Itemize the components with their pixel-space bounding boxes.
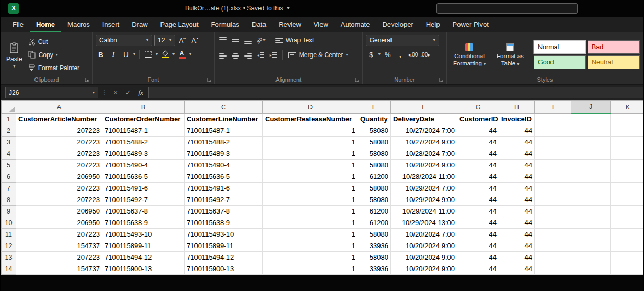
decrease-font-size-button[interactable]: Aˇ	[190, 35, 200, 46]
cell-D10[interactable]: 1	[263, 217, 358, 229]
cell-style-neutral[interactable]: Neutral	[588, 55, 640, 69]
cell-B9[interactable]: 7100115637-8	[102, 206, 185, 217]
cell-G6[interactable]: 44	[457, 171, 499, 183]
row-header-13[interactable]: 13	[2, 252, 16, 263]
cell-A8[interactable]: 207223	[16, 194, 102, 206]
align-left-button[interactable]	[218, 50, 228, 60]
cell-K7[interactable]	[611, 183, 643, 194]
conditional-formatting-button[interactable]: Conditional Formatting ▾	[450, 41, 489, 69]
increase-indent-button[interactable]: ▸	[268, 50, 279, 60]
cell-F14[interactable]: 10/20/2024 9:00	[391, 263, 457, 275]
column-header-F[interactable]: F	[391, 101, 457, 114]
row-header-3[interactable]: 3	[2, 137, 16, 148]
cell-D13[interactable]: 1	[263, 252, 358, 263]
number-format-select[interactable]: General ▾	[366, 35, 439, 46]
cell-B11[interactable]: 7100115493-10	[102, 229, 185, 240]
cell-G3[interactable]: 44	[457, 137, 499, 148]
cell-B3[interactable]: 7100115488-2	[102, 137, 185, 148]
cell-A3[interactable]: 207223	[16, 137, 102, 148]
cell-F8[interactable]: 10/29/2024 9:00	[391, 194, 457, 206]
cell-J1[interactable]	[571, 114, 611, 125]
format-painter-button[interactable]: Format Painter	[27, 62, 81, 74]
insert-function-button[interactable]: fx	[136, 88, 145, 97]
font-dialog-launcher[interactable]	[206, 76, 213, 83]
cell-J4[interactable]	[571, 148, 611, 160]
cell-G14[interactable]: 44	[457, 263, 499, 275]
cell-F7[interactable]: 10/29/2024 7:00	[391, 183, 457, 194]
cell-J7[interactable]	[571, 183, 611, 194]
cell-D6[interactable]: 1	[263, 171, 358, 183]
cell-I6[interactable]	[535, 171, 571, 183]
cell-D14[interactable]: 1	[263, 263, 358, 275]
align-center-button[interactable]	[231, 50, 241, 60]
cell-C2[interactable]: 7100115487-1	[185, 125, 263, 137]
cell-K10[interactable]	[611, 217, 643, 229]
formula-input[interactable]	[148, 87, 643, 98]
cell-E11[interactable]: 58080	[358, 229, 391, 240]
cell-style-bad[interactable]: Bad	[588, 40, 640, 54]
cell-H14[interactable]: 44	[499, 263, 535, 275]
underline-dropdown-chevron-icon[interactable]: ▾	[133, 52, 135, 57]
cell-B2[interactable]: 7100115487-1	[102, 125, 185, 137]
cell-I1[interactable]	[535, 114, 571, 125]
cell-A5[interactable]: 207223	[16, 160, 102, 171]
cell-H2[interactable]: 44	[499, 125, 535, 137]
bottom-align-button[interactable]	[243, 35, 254, 46]
cell-K5[interactable]	[611, 160, 643, 171]
cell-G9[interactable]: 44	[457, 206, 499, 217]
percent-style-button[interactable]: %	[383, 49, 393, 60]
cell-E4[interactable]: 58080	[358, 148, 391, 160]
font-color-chevron-icon[interactable]: ▾	[189, 52, 191, 57]
cell-I8[interactable]	[535, 194, 571, 206]
cell-B5[interactable]: 7100115490-4	[102, 160, 185, 171]
decrease-indent-button[interactable]: ◂	[256, 50, 266, 60]
cell-J12[interactable]	[571, 240, 611, 252]
paste-button[interactable]: Paste ▾	[4, 40, 25, 70]
cell-F10[interactable]: 10/29/2024 13:00	[391, 217, 457, 229]
cell-K1[interactable]	[611, 114, 643, 125]
row-header-2[interactable]: 2	[2, 125, 16, 137]
row-header-14[interactable]: 14	[2, 263, 16, 275]
cell-J6[interactable]	[571, 171, 611, 183]
ribbon-tab-formulas[interactable]: Formulas	[205, 17, 246, 32]
increase-decimal-button[interactable]: ◂.00	[408, 49, 418, 60]
clipboard-dialog-launcher[interactable]	[84, 76, 90, 83]
accounting-format-chevron-icon[interactable]: ▾	[378, 52, 381, 57]
cell-E5[interactable]: 58080	[358, 160, 391, 171]
cell-D9[interactable]: 1	[263, 206, 358, 217]
cell-E9[interactable]: 61200	[358, 206, 391, 217]
cell-B7[interactable]: 7100115491-6	[102, 183, 185, 194]
cell-D12[interactable]: 1	[263, 240, 358, 252]
column-header-I[interactable]: I	[535, 101, 571, 114]
cell-style-normal[interactable]: Normal	[534, 40, 586, 54]
cell-I10[interactable]	[535, 217, 571, 229]
column-header-K[interactable]: K	[611, 101, 643, 114]
cell-J5[interactable]	[571, 160, 611, 171]
cancel-button[interactable]: ×	[111, 88, 120, 96]
cell-A12[interactable]: 154737	[16, 240, 102, 252]
cell-D5[interactable]: 1	[263, 160, 358, 171]
cell-G7[interactable]: 44	[457, 183, 499, 194]
cell-K6[interactable]	[611, 171, 643, 183]
cell-J2[interactable]	[571, 125, 611, 137]
cell-G12[interactable]: 44	[457, 240, 499, 252]
cell-A14[interactable]: 154737	[16, 263, 102, 275]
format-as-table-button[interactable]: Format as Table ▾	[491, 41, 530, 69]
cell-E14[interactable]: 33936	[358, 263, 391, 275]
row-header-7[interactable]: 7	[2, 183, 16, 194]
cell-E7[interactable]: 58080	[358, 183, 391, 194]
column-header-B[interactable]: B	[102, 101, 185, 114]
cell-H4[interactable]: 44	[499, 148, 535, 160]
cell-D2[interactable]: 1	[263, 125, 358, 137]
row-header-5[interactable]: 5	[2, 160, 16, 171]
ribbon-tab-file[interactable]: File	[6, 17, 30, 32]
cell-G10[interactable]: 44	[457, 217, 499, 229]
column-header-C[interactable]: C	[185, 101, 263, 114]
column-header-J[interactable]: J	[571, 101, 611, 114]
top-align-button[interactable]	[218, 35, 228, 46]
cell-J13[interactable]	[571, 252, 611, 263]
formula-bar-handle[interactable]: ⋮	[101, 89, 108, 96]
row-header-11[interactable]: 11	[2, 229, 16, 240]
select-all-corner[interactable]	[2, 101, 16, 114]
cell-H7[interactable]: 44	[499, 183, 535, 194]
